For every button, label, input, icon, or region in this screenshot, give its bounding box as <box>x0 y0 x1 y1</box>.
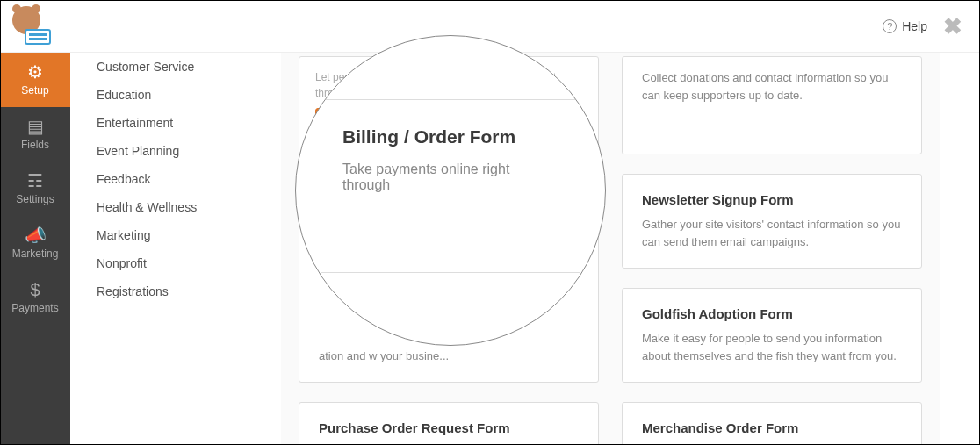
sliders-icon: ☶ <box>27 172 43 190</box>
help-icon: ? <box>883 19 897 33</box>
card-desc: ation and w your busine... <box>319 348 449 365</box>
fields-icon: ▤ <box>27 118 44 135</box>
cat-health-wellness[interactable]: Health & Wellness <box>97 193 255 221</box>
template-card-purchase-order[interactable]: Purchase Order Request Form Let your emp… <box>299 402 599 445</box>
close-icon[interactable]: ✖ <box>943 15 962 38</box>
bullhorn-icon: 📣 <box>25 226 47 244</box>
card-desc: Collect donations and contact informatio… <box>642 69 902 104</box>
help-link[interactable]: ? Help <box>883 19 927 33</box>
cat-entertainment[interactable]: Entertainment <box>97 109 255 137</box>
template-card-donation[interactable]: Collect donations and contact informatio… <box>622 56 922 154</box>
gear-icon: ⚙ <box>27 63 43 81</box>
card-desc: Make it easy for people to send you info… <box>642 330 902 364</box>
magnified-card: Billing / Order Form Take payments onlin… <box>321 99 580 273</box>
help-label: Help <box>902 19 927 33</box>
card-title: Newsletter Signup Form <box>642 192 902 207</box>
nav-payments[interactable]: $ Payments <box>0 270 70 325</box>
template-card-newsletter[interactable]: Newsletter Signup Form Gather your site … <box>622 174 922 269</box>
card-title: Goldfish Adoption Form <box>642 306 902 321</box>
magnified-desc: Take payments online right through <box>342 161 558 193</box>
left-nav: ⚙ Setup ▤ Fields ☶ Settings 📣 Marketing … <box>0 53 70 445</box>
nav-settings[interactable]: ☶ Settings <box>0 161 70 216</box>
cat-customer-service[interactable]: Customer Service <box>97 53 255 81</box>
cat-feedback[interactable]: Feedback <box>97 165 255 193</box>
dollar-icon: $ <box>30 281 40 298</box>
cat-registrations[interactable]: Registrations <box>97 277 255 305</box>
card-desc: Gather your site visitors' contact infor… <box>642 216 902 250</box>
nav-marketing[interactable]: 📣 Marketing <box>0 216 70 270</box>
cat-nonprofit[interactable]: Nonprofit <box>97 249 255 277</box>
cat-education[interactable]: Education <box>97 81 255 109</box>
nav-fields[interactable]: ▤ Fields <box>0 107 70 161</box>
cat-event-planning[interactable]: Event Planning <box>97 137 255 165</box>
right-gutter <box>940 53 980 445</box>
nav-setup[interactable]: ⚙ Setup <box>0 53 70 107</box>
category-list: Customer Service Education Entertainment… <box>70 53 281 445</box>
magnified-title: Billing / Order Form <box>342 126 558 147</box>
wpforms-logo <box>9 4 53 48</box>
card-title: Purchase Order Request Form <box>319 420 579 435</box>
template-card-merchandise[interactable]: Merchandise Order Form Use this template… <box>622 402 922 445</box>
cat-marketing[interactable]: Marketing <box>97 221 255 249</box>
magnifier-lens: Billing / Order Form Take payments onlin… <box>295 35 606 346</box>
template-card-goldfish[interactable]: Goldfish Adoption Form Make it easy for … <box>622 288 922 383</box>
card-title: Merchandise Order Form <box>642 420 902 435</box>
